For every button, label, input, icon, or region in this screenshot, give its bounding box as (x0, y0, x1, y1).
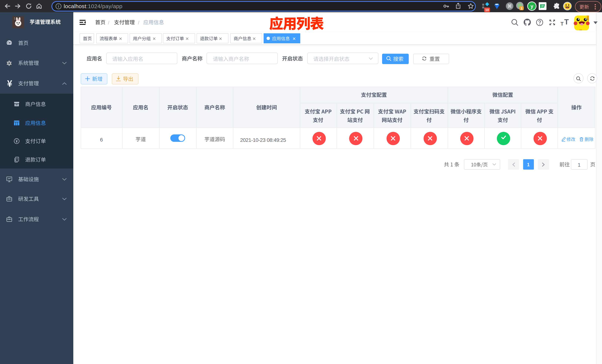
svg-text:1: 1 (521, 7, 522, 10)
svg-text:10: 10 (485, 8, 489, 12)
svg-text:y: y (531, 3, 533, 9)
svg-text:⌘: ⌘ (507, 3, 512, 9)
